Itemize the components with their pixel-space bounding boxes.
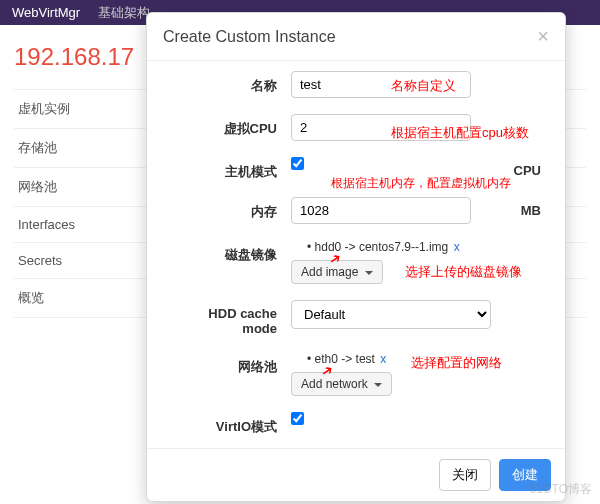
- label-virtio: VirtIO模式: [171, 412, 291, 436]
- label-host-mode: 主机模式: [171, 157, 291, 181]
- caret-down-icon: [365, 271, 373, 275]
- label-disk-image: 磁盘镜像: [171, 240, 291, 264]
- label-net-pool: 网络池: [171, 352, 291, 376]
- note-name: 名称自定义: [391, 77, 456, 95]
- modal-footer: 关闭 创建: [147, 448, 565, 501]
- suffix-mb: MB: [521, 203, 541, 218]
- modal-backdrop: Create Custom Instance × 名称 名称自定义 虚拟CPU …: [0, 0, 600, 504]
- note-disk: 选择上传的磁盘镜像: [405, 264, 522, 279]
- note-net: 选择配置的网络: [411, 354, 502, 372]
- modal-title: Create Custom Instance: [163, 28, 336, 46]
- watermark: 51CTO博客: [530, 481, 592, 498]
- caret-down-icon: [374, 383, 382, 387]
- label-vcpu: 虚拟CPU: [171, 114, 291, 138]
- host-mode-checkbox[interactable]: [291, 157, 304, 170]
- modal-header: Create Custom Instance ×: [147, 13, 565, 61]
- virtio-checkbox[interactable]: [291, 412, 304, 425]
- note-vcpu: 根据宿主机配置cpu核数: [391, 124, 529, 142]
- add-network-button[interactable]: Add network: [291, 372, 392, 396]
- disk-item: • hdd0 -> centos7.9--1.img x: [307, 240, 541, 254]
- hdd-cache-select[interactable]: Default: [291, 300, 491, 329]
- memory-input[interactable]: [291, 197, 471, 224]
- label-memory: 内存: [171, 197, 291, 221]
- modal-body: 名称 名称自定义 虚拟CPU 根据宿主机配置cpu核数 主机模式 CPU: [147, 61, 565, 448]
- note-memory: 根据宿主机内存，配置虚拟机内存: [331, 175, 511, 192]
- remove-net-link[interactable]: x: [380, 352, 386, 366]
- label-name: 名称: [171, 71, 291, 95]
- close-button[interactable]: 关闭: [439, 459, 491, 491]
- remove-disk-link[interactable]: x: [454, 240, 460, 254]
- create-instance-modal: Create Custom Instance × 名称 名称自定义 虚拟CPU …: [146, 12, 566, 502]
- close-icon[interactable]: ×: [537, 25, 549, 48]
- label-hdd-cache: HDD cache mode: [171, 300, 291, 336]
- suffix-cpu: CPU: [514, 163, 541, 178]
